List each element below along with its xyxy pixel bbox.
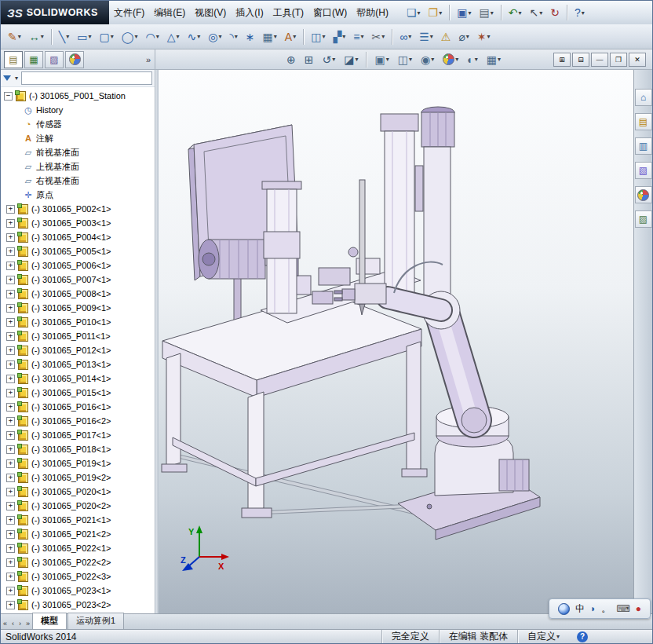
tab-displaymanager[interactable] — [65, 51, 84, 68]
expand-toggle[interactable]: + — [6, 459, 15, 468]
dropdown-caret-icon[interactable]: ▾ — [111, 33, 114, 40]
expand-toggle[interactable]: + — [6, 516, 15, 525]
tree-component-row[interactable]: +(-) 301065_P007<1> — [1, 273, 155, 287]
tree-component-row[interactable]: +(-) 301065_P009<1> — [1, 301, 155, 315]
close-button[interactable]: ✕ — [629, 53, 646, 67]
dropdown-caret-icon[interactable]: ▾ — [487, 33, 491, 40]
expand-toggle[interactable]: + — [6, 219, 15, 228]
dropdown-caret-icon[interactable]: ▾ — [360, 33, 363, 40]
hatch-icon[interactable]: ▦▾ — [260, 27, 280, 47]
tree-component-row[interactable]: +(-) 301065_P019<2> — [1, 470, 155, 485]
tree-item-top-plane[interactable]: ▱上视基准面 — [1, 159, 155, 174]
tree-component-row[interactable]: +(-) 301065_P018<1> — [1, 442, 155, 456]
dropdown-caret-icon[interactable]: ▾ — [455, 56, 458, 63]
graphics-viewport[interactable]: Y X Z — [159, 70, 633, 613]
mirror-entities-icon[interactable]: ◫▾ — [308, 27, 328, 47]
tab-model[interactable]: 模型 — [32, 613, 67, 629]
expand-toggle[interactable]: + — [6, 474, 15, 482]
tree-item-annotations[interactable]: A注解 — [1, 131, 155, 145]
expand-toggle[interactable]: + — [6, 431, 15, 440]
task-home-icon[interactable]: ⌂ — [635, 89, 652, 106]
hide-show-items-icon[interactable]: ◉▾ — [418, 49, 437, 70]
tree-component-row[interactable]: +(-) 301065_P017<1> — [1, 428, 155, 442]
tree-component-row[interactable]: +(-) 301065_P004<1> — [1, 230, 155, 244]
expand-toggle[interactable]: + — [6, 403, 15, 412]
measure-icon[interactable]: ⌀▾ — [455, 27, 472, 47]
tree-component-row[interactable]: +(-) 301065_P008<1> — [1, 287, 155, 301]
arc-icon[interactable]: ◠▾ — [142, 27, 162, 47]
component-pattern-icon[interactable]: ☰▾ — [416, 27, 436, 47]
task-view-palette-icon[interactable]: ▧ — [635, 162, 652, 179]
dropdown-caret-icon[interactable]: ▾ — [475, 56, 478, 63]
new-document-icon[interactable]: ❏▾ — [403, 2, 424, 23]
expand-toggle[interactable]: + — [6, 360, 15, 369]
menu-tools[interactable]: 工具(T) — [268, 2, 308, 24]
tab-scroll-prev-button[interactable]: ‹ — [9, 618, 16, 629]
help-icon[interactable]: ?▾ — [571, 2, 588, 23]
tab-configurationmanager[interactable]: ▨ — [45, 51, 64, 68]
dropdown-caret-icon[interactable]: ▾ — [355, 56, 358, 63]
menu-edit[interactable]: 编辑(E) — [149, 2, 190, 24]
ime-chinese-mode[interactable]: 中 — [575, 602, 585, 616]
task-custom-properties-icon[interactable]: ▨ — [635, 210, 652, 228]
dropdown-caret-icon[interactable]: ▾ — [66, 33, 69, 40]
tree-component-row[interactable]: +(-) 301065_P021<1> — [1, 513, 155, 527]
dropdown-caret-icon[interactable]: ▾ — [197, 33, 200, 40]
polygon-icon[interactable]: △▾ — [164, 27, 183, 47]
ime-keyboard-icon[interactable]: ⌨ — [616, 603, 629, 614]
dropdown-caret-icon[interactable]: ▾ — [134, 33, 137, 40]
dropdown-caret-icon[interactable]: ▾ — [386, 56, 389, 63]
dropdown-caret-icon[interactable]: ▾ — [218, 33, 221, 40]
tree-component-row[interactable]: +(-) 301065_P020<2> — [1, 499, 155, 513]
tab-featuremanager[interactable]: ▤ — [4, 51, 23, 68]
dropdown-caret-icon[interactable]: ▾ — [332, 56, 335, 63]
print-icon[interactable]: ▤▾ — [476, 2, 496, 23]
dropdown-caret-icon[interactable]: ▾ — [466, 33, 469, 40]
expand-toggle[interactable]: + — [6, 601, 15, 609]
tree-filter-input[interactable] — [21, 71, 152, 85]
dropdown-caret-icon[interactable]: ▾ — [468, 9, 471, 16]
minimize-button[interactable]: — — [591, 53, 608, 67]
open-document-icon[interactable]: ❐▾ — [425, 2, 446, 23]
tree-component-row[interactable]: +(-) 301065_P014<1> — [1, 371, 155, 386]
expand-toggle[interactable]: + — [6, 318, 15, 327]
collapse-toggle[interactable]: − — [4, 92, 13, 101]
expand-toggle[interactable]: + — [6, 290, 15, 298]
ellipse-icon[interactable]: ◎▾ — [205, 27, 224, 47]
panel-collapse-chevron[interactable]: » — [146, 55, 151, 64]
view-settings-icon[interactable]: ▦▾ — [483, 49, 504, 70]
ime-language-bar[interactable]: 中◗。⌨● — [549, 598, 651, 619]
filter-funnel-icon[interactable] — [3, 75, 11, 81]
expand-toggle[interactable]: + — [6, 247, 15, 256]
tab-scroll-last-button[interactable]: » — [24, 618, 32, 629]
dropdown-caret-icon[interactable]: ▾ — [418, 9, 421, 16]
dropdown-caret-icon[interactable]: ▾ — [156, 33, 159, 40]
rectangle-icon[interactable]: ▭▾ — [74, 27, 94, 47]
tree-component-row[interactable]: +(-) 301065_P013<1> — [1, 357, 155, 371]
tree-component-row[interactable]: +(-) 301065_P019<1> — [1, 456, 155, 470]
dropdown-caret-icon[interactable]: ▾ — [582, 9, 585, 16]
dropdown-caret-icon[interactable]: ▾ — [322, 33, 325, 40]
ime-language-icon[interactable] — [558, 603, 570, 615]
select-icon[interactable]: ↖▾ — [526, 2, 545, 23]
task-file-explorer-icon[interactable]: ▥ — [635, 137, 652, 155]
rebuild-icon[interactable]: ↻ — [547, 2, 563, 23]
dropdown-caret-icon[interactable]: ▾ — [491, 9, 494, 16]
menu-window[interactable]: 窗口(W) — [308, 2, 352, 24]
tree-component-row[interactable]: +(-) 301065_P023<2> — [1, 598, 155, 612]
task-appearances-icon[interactable] — [635, 186, 652, 203]
tree-component-row[interactable]: +(-) 301065_P022<3> — [1, 569, 155, 584]
expand-toggle[interactable]: + — [6, 233, 15, 242]
tree-component-row[interactable]: +(-) 301065_P023<1> — [1, 584, 155, 598]
expand-toggle[interactable]: + — [6, 417, 15, 426]
previous-view-icon[interactable]: ↺▾ — [319, 49, 338, 70]
status-custom-dropdown[interactable]: 自定义 ▾ — [517, 630, 569, 643]
tree-item-right-plane[interactable]: ▱右视基准面 — [1, 174, 155, 188]
dropdown-caret-icon[interactable]: ▾ — [518, 9, 521, 16]
status-help-icon[interactable]: ? — [577, 631, 588, 642]
expand-toggle[interactable]: + — [6, 389, 15, 397]
tree-component-row[interactable]: +(-) 301065_P020<1> — [1, 485, 155, 499]
dropdown-caret-icon[interactable]: ▾ — [293, 33, 296, 40]
ime-punctuation-icon[interactable]: 。 — [601, 602, 611, 616]
tab-motion-study[interactable]: 运动算例1 — [67, 613, 124, 629]
